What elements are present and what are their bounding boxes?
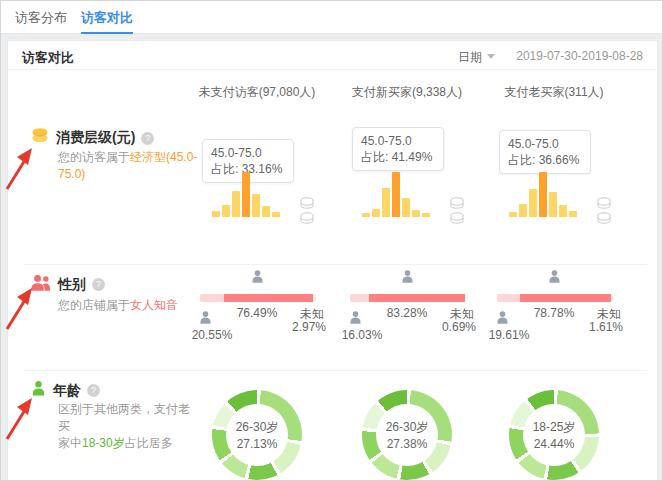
coin-stack-icon [300, 210, 314, 228]
bar [212, 211, 220, 217]
row-desc-consumption: 您的访客属于经济型(45.0- 75.0) [58, 149, 200, 183]
donut-hole: 26-30岁 27.13% [226, 404, 288, 466]
donut-hole: 18-25岁 24.44% [523, 404, 585, 466]
help-icon[interactable]: ? [92, 278, 105, 291]
unknown-percentage: 1.61% [589, 320, 623, 334]
bar [422, 213, 430, 217]
bar [242, 172, 250, 217]
male-icon [348, 310, 363, 329]
bar [402, 198, 410, 217]
gender-bar [350, 294, 466, 302]
bar [529, 189, 537, 217]
coin-stack-icon [597, 210, 611, 228]
desc-suffix: 占比居多 [125, 436, 173, 450]
unknown-percentage: 0.69% [442, 320, 476, 334]
desc-highlight-2: 75.0) [58, 167, 85, 181]
tooltip-range: 45.0-75.0 [361, 133, 435, 149]
desc-line1: 区别于其他两类，支付老买 [58, 402, 190, 433]
bar [372, 209, 380, 217]
row-title-consumption: 消费层级(元) [56, 129, 135, 147]
gender-bar-segment [465, 294, 466, 302]
bar [559, 205, 567, 217]
row-title-age: 年龄 [53, 382, 81, 400]
comparison-panel: 访客对比 日期 2019-07-30-2019-08-28 未支付访客(97,0… [7, 40, 658, 481]
tooltip-ratio: 占比: 41.49% [361, 149, 435, 165]
row-consumption-level: 消费层级(元) ? 您的访客属于经济型(45.0- 75.0) 45.0-75.… [8, 113, 659, 264]
bar-chart [509, 172, 587, 217]
tooltip-range: 45.0-75.0 [211, 145, 285, 161]
desc-plain: 您的店铺属于 [58, 298, 130, 312]
consumption-cell-old: 45.0-75.0 占比: 36.66% [479, 113, 629, 264]
donut-chart: 26-30岁 27.38% [362, 390, 452, 480]
tooltip-ratio: 占比: 36.66% [508, 152, 582, 168]
row-age-head: 年龄 ? [30, 380, 100, 401]
annotation-arrow [2, 143, 38, 193]
row-gender-head: 性别 ? [30, 274, 105, 295]
donut-label: 26-30岁 [236, 419, 279, 436]
male-percentage: 19.61% [481, 328, 537, 342]
donut-chart: 26-30岁 27.13% [212, 390, 302, 480]
gender-cell-unpaid: 76.49% 20.55% 未知 2.97% [182, 264, 332, 370]
bar [412, 210, 420, 217]
tab-visitor-distribution[interactable]: 访客分布 [15, 1, 67, 34]
bar [519, 204, 527, 218]
panel-title: 访客对比 [22, 49, 74, 67]
bar [392, 172, 400, 217]
date-filter-label: 日期 [458, 50, 482, 64]
help-icon[interactable]: ? [87, 384, 100, 397]
date-range: 2019-07-30-2019-08-28 [516, 49, 643, 63]
gender-bar-segment [520, 294, 611, 302]
tooltip-range: 45.0-75.0 [508, 136, 582, 152]
help-icon[interactable]: ? [141, 132, 154, 145]
gender-bar-segment [369, 294, 466, 302]
bar [362, 213, 370, 218]
caret-down-icon [487, 54, 495, 59]
donut-value: 27.38% [387, 437, 428, 451]
female-icon [400, 269, 415, 288]
tooltip: 45.0-75.0 占比: 36.66% [499, 130, 591, 174]
annotation-arrow [2, 393, 38, 443]
gender-bar-segment [350, 294, 369, 302]
gender-bar-segment [200, 294, 224, 302]
gender-bar-segment [313, 294, 316, 302]
donut-label: 18-25岁 [533, 419, 576, 436]
unknown-percentage: 2.97% [292, 320, 326, 334]
gender-bar [200, 294, 316, 302]
bar [262, 206, 270, 217]
consumption-cell-unpaid: 45.0-75.0 占比: 33.16% [182, 113, 332, 264]
tab-visitor-comparison[interactable]: 访客对比 [81, 1, 133, 34]
panel-header: 访客对比 日期 2019-07-30-2019-08-28 [8, 41, 657, 70]
gender-bar [497, 294, 613, 302]
age-cell-new: 26-30岁 27.38% [332, 370, 482, 481]
row-title-gender: 性别 [58, 276, 86, 294]
donut-value: 24.44% [534, 437, 575, 451]
bar [539, 172, 547, 217]
age-cell-old: 18-25岁 24.44% [479, 370, 629, 481]
bar-chart [362, 172, 440, 217]
desc-plain: 您的访客属于 [58, 150, 130, 164]
male-percentage: 16.03% [334, 328, 390, 342]
donut-chart: 18-25岁 24.44% [509, 390, 599, 480]
tooltip: 45.0-75.0 占比: 41.49% [352, 127, 444, 171]
donut-value: 27.13% [237, 437, 278, 451]
gender-cell-old: 78.78% 19.61% 未知 1.61% [479, 264, 629, 370]
donut-hole: 26-30岁 27.38% [376, 404, 438, 466]
male-icon [495, 310, 510, 329]
app-window: 访客分布 访客对比 访客对比 日期 2019-07-30-2019-08-28 … [0, 0, 663, 481]
column-header-old-buyers: 支付老买家(311人) [474, 84, 634, 101]
date-filter-dropdown[interactable]: 日期 [458, 49, 495, 66]
bar [252, 194, 260, 217]
column-header-new-buyers: 支付新买家(9,338人) [327, 84, 487, 101]
gender-bar-segment [224, 294, 313, 302]
desc-highlight: 女人知音 [130, 298, 178, 312]
age-cell-unpaid: 26-30岁 27.13% [182, 370, 332, 481]
bar [222, 205, 230, 217]
gender-cell-new: 83.28% 16.03% 未知 0.69% [332, 264, 482, 370]
row-consumption-head: 消费层级(元) ? [30, 127, 154, 149]
desc-highlight: 18-30岁 [82, 436, 125, 450]
column-header-unpaid-visitors: 未支付访客(97,080人) [177, 84, 337, 101]
row-age: 年龄 ? 区别于其他两类，支付老买 家中18-30岁占比居多 26-30岁 27… [8, 370, 659, 481]
annotation-arrow [2, 283, 38, 333]
donut-label: 26-30岁 [386, 419, 429, 436]
male-percentage: 20.55% [184, 328, 240, 342]
